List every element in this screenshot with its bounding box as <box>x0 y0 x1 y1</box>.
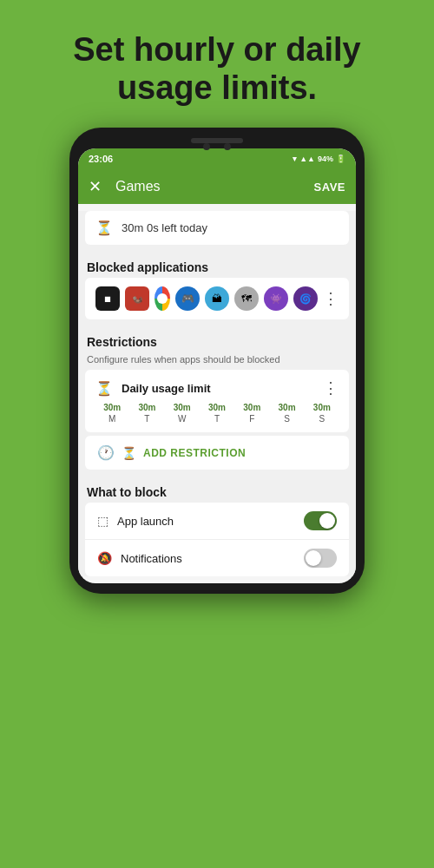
app-icon-6: 👾 <box>264 286 288 311</box>
day-value-mon: 30m <box>103 403 121 412</box>
day-col-wed: 30m W <box>166 403 199 424</box>
day-label-sun: S <box>319 414 326 424</box>
app-launch-toggle-thumb <box>319 513 335 529</box>
app-icon-1: 🦦 <box>125 286 149 311</box>
screen-content: ⏳ 30m 0s left today Blocked applications… <box>78 211 356 576</box>
phone-device: 23:06 ▾ ▲▲ 94% 🔋 ✕ Games SAVE ⏳ 30 <box>69 128 365 594</box>
add-hourglass-icon: ⏳ <box>122 446 136 460</box>
phone-screen: 23:06 ▾ ▲▲ 94% 🔋 ✕ Games SAVE ⏳ 30 <box>78 148 356 583</box>
restriction-hourglass-icon: ⏳ <box>95 380 113 397</box>
what-to-block-title: What to block <box>78 477 356 503</box>
restriction-title: Daily usage limit <box>122 382 211 395</box>
day-label-fri: F <box>249 414 254 424</box>
restriction-left: ⏳ Daily usage limit <box>95 380 211 397</box>
restriction-card: ⏳ Daily usage limit ⋮ 30m M 30m T <box>85 370 349 432</box>
page-headline: Set hourly or daily usage limits. <box>0 0 434 128</box>
restrictions-title: Restrictions <box>78 326 356 352</box>
app-launch-row: ⬚ App launch <box>85 503 349 539</box>
close-button[interactable]: ✕ <box>89 177 102 196</box>
status-bar: 23:06 ▾ ▲▲ 94% 🔋 <box>78 148 356 169</box>
status-time: 23:06 <box>89 154 113 164</box>
day-value-fri: 30m <box>243 403 260 412</box>
app-icon-5: 🗺 <box>234 286 259 311</box>
blocked-apps-title: Blocked applications <box>78 252 356 278</box>
day-label-wed: W <box>178 414 186 424</box>
notifications-toggle-thumb <box>306 550 321 566</box>
timer-text: 30m 0s left today <box>122 221 207 234</box>
day-label-sat: S <box>284 414 290 424</box>
apps-more-button[interactable]: ⋮ <box>323 289 339 308</box>
day-label-thu: T <box>214 414 220 424</box>
app-launch-label: App launch <box>117 515 295 528</box>
camera-dot-left <box>203 143 210 150</box>
day-col-fri: 30m F <box>235 403 268 424</box>
notifications-row: 🔕 Notifications <box>85 539 349 576</box>
app-launch-toggle[interactable] <box>304 511 337 530</box>
notifications-icon: 🔕 <box>97 551 112 565</box>
restriction-more-button[interactable]: ⋮ <box>323 378 339 398</box>
days-grid: 30m M 30m T 30m W 30m T <box>95 403 339 424</box>
day-col-sun: 30m S <box>306 403 339 424</box>
day-value-sun: 30m <box>313 403 331 412</box>
day-value-thu: 30m <box>208 403 226 412</box>
notifications-toggle[interactable] <box>304 549 337 568</box>
timer-hourglass-icon: ⏳ <box>95 220 113 236</box>
add-clock-icon: 🕐 <box>97 444 115 461</box>
app-bar-title: Games <box>115 179 314 194</box>
day-value-tue: 30m <box>138 403 155 412</box>
day-col-tue: 30m T <box>130 403 163 424</box>
signal-icon: ▲▲ <box>299 155 315 163</box>
notifications-label: Notifications <box>121 552 295 565</box>
app-bar: ✕ Games SAVE <box>78 169 356 204</box>
day-col-thu: 30m T <box>201 403 233 424</box>
blocked-apps-card: ⏹ 🦦 🎮 🏔 🗺 👾 <box>85 278 349 319</box>
battery-icon: 🔋 <box>336 155 345 163</box>
timer-row: ⏳ 30m 0s left today <box>85 211 349 245</box>
app-icon-4: 🏔 <box>205 286 229 311</box>
day-label-tue: T <box>144 414 149 424</box>
day-col-mon: 30m M <box>95 403 128 424</box>
day-value-wed: 30m <box>174 403 191 412</box>
status-icons: ▾ ▲▲ 94% 🔋 <box>293 155 345 163</box>
wifi-icon: ▾ <box>293 155 297 163</box>
app-icon-0: ⏹ <box>95 286 120 311</box>
day-col-sat: 30m S <box>270 403 303 424</box>
add-restriction-row[interactable]: 🕐 ⏳ ADD RESTRICTION <box>85 436 349 470</box>
save-button[interactable]: SAVE <box>314 181 345 194</box>
restriction-card-header: ⏳ Daily usage limit ⋮ <box>95 378 339 398</box>
day-value-sat: 30m <box>279 403 296 412</box>
battery-level: 94% <box>318 155 333 163</box>
restrictions-subtitle: Configure rules when apps should be bloc… <box>78 352 356 370</box>
day-label-mon: M <box>108 414 115 424</box>
camera-dot-right <box>224 143 231 150</box>
app-icon-7: 🌀 <box>293 286 318 311</box>
phone-cameras <box>203 143 231 150</box>
add-restriction-label: ADD RESTRICTION <box>143 447 246 459</box>
app-launch-icon: ⬚ <box>97 514 108 528</box>
app-icon-2-chrome <box>155 286 170 311</box>
app-icon-3: 🎮 <box>175 286 200 311</box>
